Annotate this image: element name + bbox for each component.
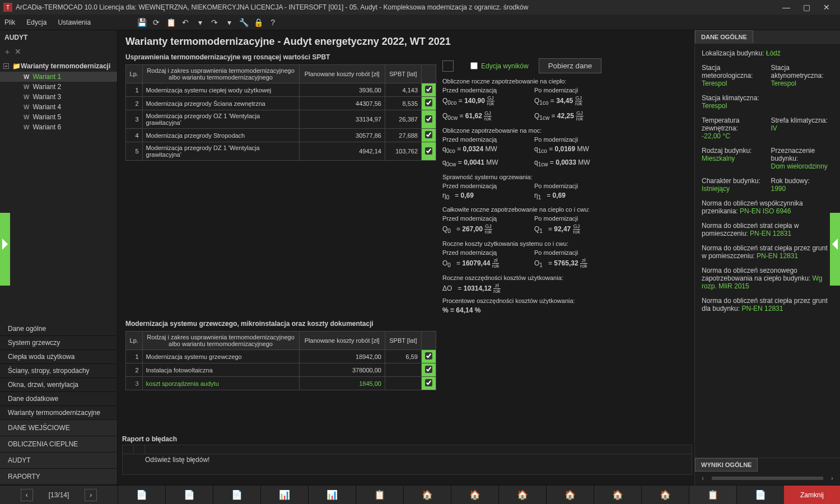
tree-root[interactable]: −📁 Warianty termomodernizacji bbox=[0, 60, 117, 72]
bottom-icon-9[interactable]: 🏠 bbox=[498, 486, 546, 505]
scrollbar[interactable] bbox=[712, 477, 823, 480]
tree-variant-1[interactable]: WWariant 1 bbox=[0, 72, 117, 82]
bottom-icon-8[interactable]: 🏠 bbox=[451, 486, 498, 505]
calc-panel: Edycja wyników Pobierz dane Obliczone ro… bbox=[442, 58, 610, 316]
tree-variant-6[interactable]: WWariant 6 bbox=[0, 122, 117, 132]
tab-dane-ogolne[interactable]: DANE OGÓLNE bbox=[695, 30, 753, 43]
bottom-icon-12[interactable]: 🏠 bbox=[641, 486, 689, 505]
copy-icon[interactable]: 📋 bbox=[165, 16, 177, 29]
nav-sect-oblicz[interactable]: OBLICZENIA CIEPLNE bbox=[0, 436, 117, 452]
table-row: 3koszt sporządzenia audytu1845,00 bbox=[126, 377, 436, 390]
edit-results-toggle[interactable]: Edycja wyników bbox=[470, 62, 529, 70]
row-check[interactable] bbox=[425, 352, 432, 360]
nav-okna[interactable]: Okna, drzwi, wentylacja bbox=[0, 378, 117, 392]
bottom-icon-1[interactable]: 📄 bbox=[118, 486, 165, 505]
table2-caption: Modernizacja systemu grzewczego, mikroin… bbox=[125, 320, 687, 328]
tree-variant-5[interactable]: WWariant 5 bbox=[0, 112, 117, 122]
bottom-icon-14[interactable]: 📄 bbox=[736, 486, 784, 505]
error-row[interactable]: Odśwież listę błędów! bbox=[123, 454, 692, 465]
app-logo-icon: T bbox=[3, 3, 12, 12]
tree-variant-3[interactable]: WWariant 3 bbox=[0, 92, 117, 102]
add-icon[interactable]: ＋ bbox=[3, 47, 11, 57]
bottom-icon-7[interactable]: 🏠 bbox=[403, 486, 451, 505]
table-row: 5Modernizacja przegrody DZ 1 'Wentylacja… bbox=[126, 142, 436, 161]
table-row: 3Modernizacja przegrody OZ 1 'Wentylacja… bbox=[126, 110, 436, 129]
nav-warianty[interactable]: Warianty termomodernizacyjne bbox=[0, 406, 117, 420]
menu-edit[interactable]: Edycja bbox=[26, 18, 46, 26]
bottom-icon-5[interactable]: 📊 bbox=[308, 486, 356, 505]
table-improvements: Lp. Rodzaj i zakres usprawnienia termomo… bbox=[125, 64, 436, 161]
bottom-icon-10[interactable]: 🏠 bbox=[546, 486, 594, 505]
prev-page-edge[interactable] bbox=[0, 213, 10, 286]
nav-sect-dane[interactable]: DANE WEJŚCIOWE bbox=[0, 420, 117, 436]
close-button[interactable]: Zamknij bbox=[784, 486, 840, 505]
document-icon[interactable] bbox=[442, 60, 454, 72]
tree-root-label: Warianty termomodernizacji bbox=[21, 62, 110, 70]
save-icon[interactable]: 💾 bbox=[136, 16, 148, 29]
table-heating: Lp. Rodzaj i zakres usprawnienia termomo… bbox=[125, 331, 436, 390]
table-row: 2Instalacja fotowoltaiczna378000,00 bbox=[126, 363, 436, 377]
row-check[interactable] bbox=[425, 366, 432, 373]
nav-system-grzewczy[interactable]: System grzewczy bbox=[0, 336, 117, 350]
scroll-right-icon[interactable]: › bbox=[827, 474, 838, 483]
table-row: 1Modernizacja systemu ciepłej wody użytk… bbox=[126, 83, 436, 97]
table-row: 4Modernizacja przegrody Stropodach30577,… bbox=[126, 129, 436, 142]
nav-dane-ogolne[interactable]: Dane ogólne bbox=[0, 322, 117, 336]
tool-icon[interactable]: 🔧 bbox=[237, 16, 250, 29]
next-page-edge[interactable] bbox=[830, 213, 840, 286]
table-row: 1Modernizacja systemu grzewczego18942,00… bbox=[126, 350, 436, 363]
nav-dane-dodatkowe[interactable]: Dane dodatkowe bbox=[0, 392, 117, 406]
row-check[interactable] bbox=[425, 99, 432, 106]
row-check[interactable] bbox=[425, 115, 432, 123]
error-panel-head: Raport o błędach bbox=[122, 433, 692, 445]
nav-cwu[interactable]: Ciepła woda użytkowa bbox=[0, 350, 117, 364]
page-title: Warianty termomodernizacyjne - Audyt ene… bbox=[125, 36, 687, 48]
tree-variant-4[interactable]: WWariant 4 bbox=[0, 102, 117, 112]
undo-icon[interactable]: ↶ bbox=[179, 16, 192, 29]
row-check[interactable] bbox=[425, 379, 432, 386]
fetch-data-button[interactable]: Pobierz dane bbox=[539, 58, 602, 73]
tab-wyniki-ogolne[interactable]: WYNIKI OGÓLNE bbox=[695, 458, 758, 472]
lock-icon[interactable]: 🔒 bbox=[252, 16, 264, 29]
row-check[interactable] bbox=[425, 86, 432, 93]
scroll-left-icon[interactable]: ‹ bbox=[697, 474, 708, 483]
bottom-icon-6[interactable]: 📋 bbox=[356, 486, 403, 505]
undo-dd-icon[interactable]: ▾ bbox=[194, 16, 206, 29]
bottom-icon-4[interactable]: 📊 bbox=[260, 486, 308, 505]
row-check[interactable] bbox=[425, 131, 432, 138]
page-next-button[interactable]: › bbox=[85, 489, 97, 501]
row-check[interactable] bbox=[425, 147, 432, 155]
bottom-icon-11[interactable]: 🏠 bbox=[594, 486, 641, 505]
minimize-button[interactable]: — bbox=[776, 0, 796, 15]
window-title: ArCADia-TERMOCAD 10.0 Licencja dla: WEWN… bbox=[16, 3, 776, 11]
page-prev-button[interactable]: ‹ bbox=[21, 489, 33, 501]
help-icon[interactable]: ? bbox=[267, 16, 279, 29]
page-indicator: [13/14] bbox=[49, 491, 69, 499]
nav-sect-raporty[interactable]: RAPORTY bbox=[0, 469, 117, 485]
left-panel-title: AUDYT bbox=[0, 30, 117, 45]
close-window-button[interactable]: ✕ bbox=[816, 0, 837, 15]
nav-sciany[interactable]: Ściany, stropy, stropodachy bbox=[0, 364, 117, 378]
delete-icon[interactable]: ✕ bbox=[15, 47, 21, 57]
bottom-icon-2[interactable]: 📄 bbox=[165, 486, 213, 505]
menu-file[interactable]: Plik bbox=[4, 18, 15, 26]
redo-icon[interactable]: ↷ bbox=[208, 16, 221, 29]
nav-sect-audyt[interactable]: AUDYT bbox=[0, 452, 117, 469]
bottom-icon-13[interactable]: 📋 bbox=[689, 486, 736, 505]
table-row: 2Modernizacja przegrody Ściana zewnętrzn… bbox=[126, 97, 436, 110]
redo-dd-icon[interactable]: ▾ bbox=[223, 16, 235, 29]
refresh-icon[interactable]: ⟳ bbox=[150, 16, 162, 29]
tree-variant-2[interactable]: WWariant 2 bbox=[0, 82, 117, 92]
maximize-button[interactable]: ▢ bbox=[796, 0, 816, 15]
bottom-icon-3[interactable]: 📄 bbox=[213, 486, 260, 505]
menu-settings[interactable]: Ustawienia bbox=[58, 18, 91, 26]
